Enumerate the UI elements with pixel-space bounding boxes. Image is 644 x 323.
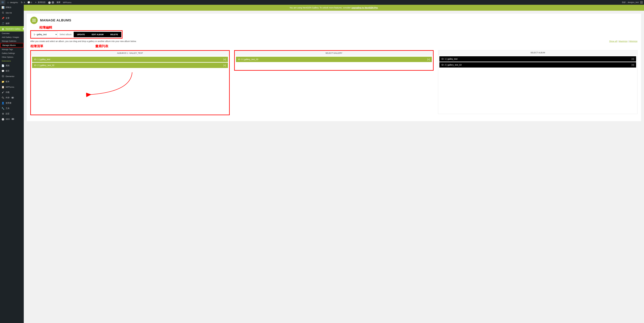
- promo-link[interactable]: upgrading to NextGEN Pro: [351, 6, 378, 9]
- comments-link[interactable]: 💬0: [26, 0, 33, 5]
- updates-link[interactable]: ↻6: [19, 0, 26, 5]
- sidebar-item-elementor[interactable]: ⓔElementor: [0, 74, 24, 79]
- yoast-icon: ⬤: [48, 1, 51, 4]
- comment-icon: 💬: [27, 1, 30, 4]
- wordpress-icon: ⓦ: [1, 1, 4, 4]
- select-album-column: SELECT ALBUM ID: 1 | galley_test [+] ID:…: [438, 50, 638, 115]
- sidebar-item-comments[interactable]: 💬留言: [0, 68, 24, 74]
- page-header: MANAGE ALBUMS: [30, 16, 638, 24]
- gallery-icon: ◉: [2, 27, 4, 30]
- select-album-item[interactable]: ID: 1 | galley_test [+]: [440, 56, 636, 62]
- svg-rect-2: [32, 21, 34, 22]
- plugin-icon: 🔌: [2, 96, 4, 99]
- edit-album-button[interactable]: EDIT ALBUM: [88, 32, 107, 37]
- wp-logo[interactable]: ⓦ: [0, 0, 5, 5]
- update-button[interactable]: UPDATE: [74, 32, 88, 37]
- svg-rect-3: [34, 21, 36, 22]
- sidebar-item-media[interactable]: 🎵媒體: [0, 21, 24, 26]
- library-label: 圖庫: [56, 1, 60, 4]
- gallery-item-label: ID: 3 | gallery_test_03: [238, 58, 258, 60]
- admin-sidebar: 📊控制台 GSite Kit 📌文章 🎵媒體 ◉NextGEN Gallery …: [0, 5, 24, 124]
- page-title: MANAGE ALBUMS: [40, 18, 71, 22]
- page-header-icon: [30, 16, 38, 24]
- user-icon: 👤: [2, 102, 4, 104]
- sidebar-item-posts[interactable]: 📌文章: [0, 16, 24, 21]
- sidebar-sub-manage-galleries[interactable]: Manage Galleries: [0, 39, 24, 43]
- expand-button[interactable]: [+]: [427, 58, 430, 60]
- sidebar-item-pages[interactable]: 📄頁面: [0, 63, 24, 68]
- avatar-icon: [640, 1, 643, 4]
- expand-button[interactable]: [+]: [632, 58, 634, 60]
- sidebar-item-wpforms[interactable]: 📋WPForms: [0, 84, 24, 90]
- sidebar-item-appearance[interactable]: 🖌外觀: [0, 90, 24, 95]
- gallery-item[interactable]: ID: 3 | gallery_test_03 [+]: [236, 57, 432, 62]
- gallery-column-header: SELECT GALLERY: [235, 51, 433, 56]
- admin-top-bar: ⓦ ⌂designhu ↻6 💬0 +新增項目 ⬤3 圖庫 WPForms 你好…: [0, 0, 644, 5]
- select-album-header: SELECT ALBUM: [438, 50, 637, 55]
- album-toolbar: 1 - galley_test Select album UPDATE EDIT…: [32, 32, 121, 38]
- sidebar-item-nextgen[interactable]: ◉NextGEN Gallery: [0, 26, 24, 32]
- expand-button[interactable]: [+]: [224, 64, 226, 66]
- elementor-icon: ⓔ: [2, 75, 4, 78]
- album-column-header: ALBUM ID 1 : GALLEY_TEST: [31, 51, 229, 56]
- sidebar-item-seo[interactable]: ⬤SEO3: [0, 116, 24, 122]
- sidebar-sub-overview[interactable]: Overview: [0, 32, 24, 35]
- album-item[interactable]: ID: 2 | gallery_test_02 [+]: [32, 63, 228, 68]
- dashboard-icon: 📊: [2, 6, 4, 9]
- greeting-link[interactable]: 你好，designu_test: [621, 0, 644, 5]
- site-link[interactable]: ⌂designhu: [5, 0, 19, 5]
- grid-icon: [32, 18, 36, 22]
- gallery-column: SELECT GALLERY ID: 3 | gallery_test_03 […: [234, 50, 434, 115]
- minimize-link[interactable]: Minimize: [629, 40, 638, 42]
- sidebar-item-templates[interactable]: 📁範本: [0, 79, 24, 84]
- yoast-badge: 3: [52, 1, 54, 4]
- settings-icon: ⚙: [2, 112, 4, 115]
- new-item-link[interactable]: +新增項目: [33, 0, 47, 5]
- sidebar-sub-gallery-settings[interactable]: Gallery Settings: [0, 51, 24, 55]
- view-links: Show all|Maximize|Minimize: [609, 40, 638, 42]
- seo-count: 3: [12, 118, 14, 120]
- site-name: designhu: [10, 1, 18, 4]
- album-select[interactable]: 1 - galley_test: [32, 32, 58, 38]
- library-link[interactable]: 圖庫: [56, 0, 62, 5]
- expand-button[interactable]: [+]: [224, 58, 226, 60]
- plugins-count: 6: [11, 97, 14, 98]
- wpforms-label: WPForms: [63, 1, 72, 4]
- annotation-gallery: 畫廊列表: [95, 44, 108, 48]
- updates-count: 6: [24, 1, 25, 4]
- sidebar-item-plugins[interactable]: 🔌外掛6: [0, 95, 24, 100]
- columns: ALBUM ID 1 : GALLEY_TEST ID: 1 | galley_…: [30, 50, 638, 115]
- seo-icon: ⬤: [2, 118, 4, 120]
- page-icon: 📄: [2, 64, 4, 67]
- sidebar-sub-manage-tags[interactable]: Manage Tags: [0, 48, 24, 51]
- brush-icon: 🖌: [2, 91, 4, 94]
- sidebar-item-sitekit[interactable]: GSite Kit: [0, 10, 24, 16]
- svg-rect-1: [34, 19, 36, 20]
- select-album-item[interactable]: ID: 2 | gallery_test_02 [+]: [440, 62, 636, 68]
- yoast-link[interactable]: ⬤3: [47, 0, 56, 5]
- show-all-link[interactable]: Show all: [609, 40, 617, 42]
- sidebar-sub-other-options[interactable]: Other Options: [0, 55, 24, 59]
- delete-button[interactable]: DELETE: [107, 32, 121, 37]
- sidebar-sub-extensions[interactable]: Extensions: [0, 59, 24, 63]
- toolbar-redbox: 1 - galley_test Select album UPDATE EDIT…: [30, 30, 122, 38]
- help-text: After you create and select an album, yo…: [30, 40, 136, 42]
- sidebar-sub-manage-albums[interactable]: Manage Albums: [0, 43, 24, 48]
- annotation-list: 相簿清單: [30, 44, 43, 48]
- plus-icon: +: [34, 1, 37, 4]
- sidebar-item-tools[interactable]: 🔧工具: [0, 106, 24, 111]
- promo-bar: You are using NextGEN Gallery. To unlock…: [24, 5, 644, 11]
- sidebar-item-dashboard[interactable]: 📊控制台: [0, 5, 24, 10]
- maximize-link[interactable]: Maximize: [619, 40, 628, 42]
- media-icon: 🎵: [2, 22, 4, 25]
- wpforms-link[interactable]: WPForms: [62, 0, 72, 5]
- select-album-label: Select album: [58, 33, 74, 36]
- expand-button[interactable]: [+]: [632, 64, 634, 66]
- chat-icon: 💬: [2, 70, 4, 72]
- sidebar-item-settings[interactable]: ⚙設定: [0, 111, 24, 116]
- album-item[interactable]: ID: 1 | galley_test [+]: [32, 57, 228, 62]
- comments-count: 0: [31, 1, 32, 4]
- sidebar-sub-add[interactable]: Add Gallery / Images: [0, 35, 24, 39]
- folder-icon: 📁: [2, 80, 4, 83]
- sidebar-item-users[interactable]: 👤使用者: [0, 100, 24, 106]
